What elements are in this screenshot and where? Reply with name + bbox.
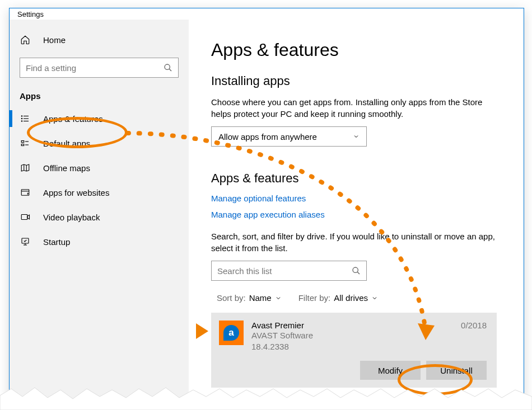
svg-point-6: [21, 118, 22, 119]
app-source-dropdown[interactable]: Allow apps from anywhere: [211, 126, 367, 147]
svg-rect-15: [21, 190, 29, 196]
startup-icon: [20, 236, 31, 247]
search-icon: [352, 266, 361, 275]
sort-label: Sort by:: [217, 293, 246, 303]
nav-video-playback[interactable]: Video playback: [10, 205, 189, 229]
svg-point-7: [21, 121, 22, 122]
filter-description: Search, sort, and filter by drive. If yo…: [211, 230, 497, 254]
svg-rect-10: [21, 144, 24, 146]
nav-label: Default apps: [43, 139, 90, 148]
nav-label: Video playback: [43, 213, 100, 222]
list-icon: [20, 113, 31, 124]
installing-apps-description: Choose where you can get apps from. Inst…: [211, 96, 497, 120]
apps-features-heading: Apps & features: [211, 171, 501, 186]
main-content: Apps & features Installing apps Choose w…: [189, 20, 524, 399]
modify-button[interactable]: Modify: [360, 361, 421, 380]
page-title: Apps & features: [211, 40, 501, 60]
svg-point-0: [165, 64, 170, 69]
nav-label: Apps & features: [43, 114, 103, 124]
sort-filter-bar: Sort by: Name Filter by: All drives: [217, 293, 501, 303]
svg-line-23: [357, 272, 360, 274]
filter-by-control[interactable]: Filter by: All drives: [298, 293, 378, 303]
svg-rect-8: [21, 141, 24, 143]
sort-by-control[interactable]: Sort by: Name: [217, 293, 282, 303]
app-version: 18.4.2338: [251, 341, 461, 352]
video-icon: [20, 211, 31, 223]
home-icon: [20, 34, 31, 45]
nav-label: Apps for websites: [43, 188, 109, 197]
home-nav[interactable]: Home: [10, 27, 189, 52]
filter-label: Filter by:: [298, 293, 331, 303]
home-label: Home: [43, 35, 66, 45]
search-list-input[interactable]: [217, 266, 352, 276]
nav-label: Startup: [43, 237, 70, 247]
svg-marker-12: [21, 164, 29, 171]
websites-icon: [20, 187, 31, 198]
svg-point-22: [353, 267, 358, 272]
nav-startup[interactable]: Startup: [10, 229, 189, 254]
defaults-icon: [20, 138, 31, 149]
installing-apps-heading: Installing apps: [211, 74, 501, 88]
chevron-down-icon: [275, 295, 282, 301]
dropdown-value: Allow apps from anywhere: [218, 132, 317, 142]
nav-offline-maps[interactable]: Offline maps: [10, 155, 189, 180]
nav-apps-features[interactable]: Apps & features: [10, 106, 189, 131]
filter-value: All drives: [334, 293, 368, 303]
titlebar: Settings: [10, 8, 524, 20]
link-execution-aliases[interactable]: Manage app execution aliases: [211, 210, 501, 219]
app-icon-avast: a: [219, 321, 244, 345]
find-setting-input[interactable]: [26, 63, 164, 73]
find-setting-search[interactable]: [20, 58, 179, 78]
settings-window: Settings Home Apps Apps & fe: [9, 8, 524, 399]
app-vendor: AVAST Software: [251, 330, 461, 341]
uninstall-button[interactable]: Uninstall: [426, 361, 487, 380]
chevron-down-icon: [353, 133, 360, 140]
sidebar: Home Apps Apps & features Default ap: [10, 20, 189, 399]
nav-label: Offline maps: [43, 163, 90, 173]
svg-line-1: [169, 69, 171, 71]
app-list-item[interactable]: a Avast Premier AVAST Software 18.4.2338…: [211, 313, 497, 388]
nav-default-apps[interactable]: Default apps: [10, 131, 189, 155]
nav-apps-websites[interactable]: Apps for websites: [10, 180, 189, 205]
svg-point-5: [21, 116, 22, 117]
app-date: 0/2018: [461, 321, 487, 330]
search-icon: [164, 63, 172, 72]
svg-rect-17: [21, 215, 27, 220]
map-icon: [20, 162, 31, 173]
sort-value: Name: [249, 293, 272, 303]
app-name: Avast Premier: [251, 321, 461, 330]
search-list-box[interactable]: [211, 261, 367, 281]
chevron-down-icon: [371, 295, 378, 301]
link-optional-features[interactable]: Manage optional features: [211, 194, 501, 203]
avast-logo-icon: a: [223, 325, 239, 341]
sidebar-section-title: Apps: [10, 88, 189, 106]
window-title: Settings: [17, 10, 44, 18]
